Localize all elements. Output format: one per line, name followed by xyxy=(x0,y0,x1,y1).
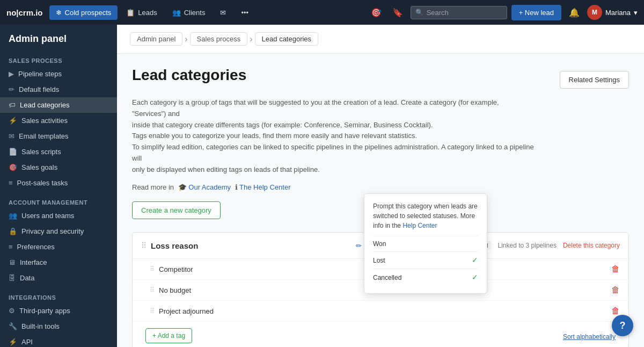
sidebar-section-sales: Sales process ▶ Pipeline steps ✏ Default… xyxy=(0,53,117,191)
lost-check: ✓ xyxy=(472,255,478,266)
page-content: Lead categories Related Settings Each ca… xyxy=(117,54,644,347)
search-icon: 🔍 xyxy=(415,9,423,16)
sidebar-item-users-teams[interactable]: 👥 Users and teams xyxy=(0,208,117,223)
users-icon: 👥 xyxy=(9,212,17,220)
related-settings-button[interactable]: Related Settings xyxy=(560,71,629,89)
interface-icon: 🖥 xyxy=(9,258,16,266)
sidebar-item-sales-goals[interactable]: 🎯 Sales goals xyxy=(0,160,117,175)
prefs-icon: ≡ xyxy=(9,243,13,251)
edit-category-icon[interactable]: ✏ xyxy=(356,242,362,250)
tooltip-won-row: Won xyxy=(373,236,478,251)
table-row: ⠿ Project adjourned 🗑 xyxy=(133,301,628,322)
nav-clients[interactable]: 👥 Clients xyxy=(166,5,212,20)
academy-link[interactable]: Our Academy xyxy=(188,183,231,191)
sidebar-item-post-sales[interactable]: ≡ Post-sales tasks xyxy=(0,175,117,191)
sidebar-item-third-party[interactable]: ⚙ Third-party apps xyxy=(0,303,117,319)
tooltip-cancelled-row: Cancelled ✓ xyxy=(373,269,478,286)
chevron-down-icon: ▾ xyxy=(634,9,638,17)
tag-drag-handle[interactable]: ⠿ xyxy=(150,265,155,273)
bookmark-icon[interactable]: 🔖 xyxy=(389,5,406,20)
tag-footer: + Add a tag Sort alphabetically xyxy=(133,322,628,347)
delete-category-button[interactable]: Delete this category xyxy=(563,242,620,249)
user-menu[interactable]: M Mariana ▾ xyxy=(587,5,638,20)
nav-email[interactable]: ✉ xyxy=(214,5,232,20)
sidebar-item-interface[interactable]: 🖥 Interface xyxy=(0,255,117,270)
notifications-icon[interactable]: 🔔 xyxy=(566,5,583,20)
main-content: Admin panel › Sales process › Lead categ… xyxy=(117,25,644,347)
search-input[interactable] xyxy=(427,9,502,17)
breadcrumb-lead-categories[interactable]: Lead categories xyxy=(255,32,319,46)
tag-drag-handle[interactable]: ⠿ xyxy=(150,286,155,294)
goals-icon: 🎯 xyxy=(9,163,17,171)
search-box: 🔍 xyxy=(411,6,507,19)
sidebar: Admin panel Sales process ▶ Pipeline ste… xyxy=(0,25,117,347)
tooltip-text: Prompt this category when leads are swit… xyxy=(373,201,478,230)
integrations-section-title: Integrations xyxy=(0,290,117,303)
breadcrumb: Admin panel › Sales process › Lead categ… xyxy=(117,25,644,54)
pipeline-icon: ▶ xyxy=(9,70,14,78)
sidebar-item-sales-scripts[interactable]: 📄 Sales scripts xyxy=(0,144,117,160)
sidebar-item-lead-categories[interactable]: 🏷 Lead categories xyxy=(0,97,117,113)
tag-drag-handle[interactable]: ⠿ xyxy=(150,307,155,315)
sidebar-item-built-in[interactable]: 🔧 Built-in tools xyxy=(0,319,117,334)
tooltip-lost-row: Lost ✓ xyxy=(373,251,478,269)
drag-handle[interactable]: ⠿ xyxy=(141,241,147,250)
topnav-icons: 🎯 🔖 🔍 + New lead 🔔 M Mariana ▾ xyxy=(368,5,638,20)
page-title: Lead categories xyxy=(132,67,246,84)
nav-more[interactable]: ••• xyxy=(235,5,255,20)
lock-icon: 🔒 xyxy=(9,227,17,235)
avatar: M xyxy=(587,5,602,20)
activities-icon: ⚡ xyxy=(9,117,17,125)
tag-delete-button[interactable]: 🗑 xyxy=(611,285,620,295)
sidebar-item-email-templates[interactable]: ✉ Email templates xyxy=(0,128,117,144)
data-icon: 🗄 xyxy=(9,274,16,282)
email-icon: ✉ xyxy=(9,132,14,140)
help-center-link[interactable]: The Help Center xyxy=(239,183,290,191)
clients-icon: 👥 xyxy=(172,9,181,17)
create-category-button[interactable]: Create a new category xyxy=(132,201,221,219)
third-party-icon: ⚙ xyxy=(9,307,15,315)
sidebar-item-default-fields[interactable]: ✏ Default fields xyxy=(0,82,117,97)
linked-statuses-popup: Prompt this category when leads are swit… xyxy=(364,193,487,294)
target-icon[interactable]: 🎯 xyxy=(368,5,385,20)
tag-delete-button[interactable]: 🗑 xyxy=(611,306,620,316)
sidebar-item-data[interactable]: 🗄 Data xyxy=(0,270,117,286)
help-button[interactable]: ? xyxy=(612,315,633,336)
post-sales-icon: ≡ xyxy=(9,179,13,187)
won-label: Won xyxy=(373,239,386,249)
breadcrumb-sep-2: › xyxy=(250,34,252,44)
page-header: Lead categories Related Settings xyxy=(132,67,629,89)
nav-cold-prospects[interactable]: ❄ Cold prospects xyxy=(49,5,118,20)
lost-label: Lost xyxy=(373,256,385,265)
admin-panel-title: Admin panel xyxy=(0,33,117,53)
add-tag-button[interactable]: + Add a tag xyxy=(145,328,192,343)
breadcrumb-admin[interactable]: Admin panel xyxy=(130,32,182,46)
sidebar-section-integrations: Integrations ⚙ Third-party apps 🔧 Built-… xyxy=(0,290,117,347)
cancelled-label: Cancelled xyxy=(373,273,401,283)
top-navigation: no|crm.io ❄ Cold prospects 📋 Leads 👥 Cli… xyxy=(0,0,644,25)
cancelled-check: ✓ xyxy=(472,272,478,283)
page-description: Each category is a group of tags that wi… xyxy=(132,97,535,176)
tag-icon: 🏷 xyxy=(9,101,16,109)
layout: Admin panel Sales process ▶ Pipeline ste… xyxy=(0,25,644,347)
account-section-title: Account management xyxy=(0,195,117,208)
nav-leads[interactable]: 📋 Leads xyxy=(120,5,163,20)
new-lead-button[interactable]: + New lead xyxy=(511,5,561,20)
sidebar-section-account: Account management 👥 Users and teams 🔒 P… xyxy=(0,195,117,286)
sort-alphabetically-link[interactable]: Sort alphabetically xyxy=(563,333,616,341)
breadcrumb-sep-1: › xyxy=(185,34,187,44)
breadcrumb-sales-process[interactable]: Sales process xyxy=(190,32,248,46)
edit-icon: ✏ xyxy=(9,85,14,93)
tooltip-help-link[interactable]: Help Center xyxy=(402,222,437,229)
tools-icon: 🔧 xyxy=(9,322,17,330)
sidebar-item-preferences[interactable]: ≡ Preferences xyxy=(0,239,117,255)
sidebar-item-api[interactable]: ⚡ API xyxy=(0,334,117,347)
sidebar-item-pipeline-steps[interactable]: ▶ Pipeline steps xyxy=(0,66,117,82)
scripts-icon: 📄 xyxy=(9,148,17,156)
leads-icon: 📋 xyxy=(126,9,135,17)
sidebar-item-privacy[interactable]: 🔒 Privacy and security xyxy=(0,223,117,239)
sales-process-section-title: Sales process xyxy=(0,53,117,66)
tag-delete-button[interactable]: 🗑 xyxy=(611,264,620,274)
sidebar-item-sales-activities[interactable]: ⚡ Sales activities xyxy=(0,113,117,128)
cold-prospects-icon: ❄ xyxy=(56,9,62,17)
